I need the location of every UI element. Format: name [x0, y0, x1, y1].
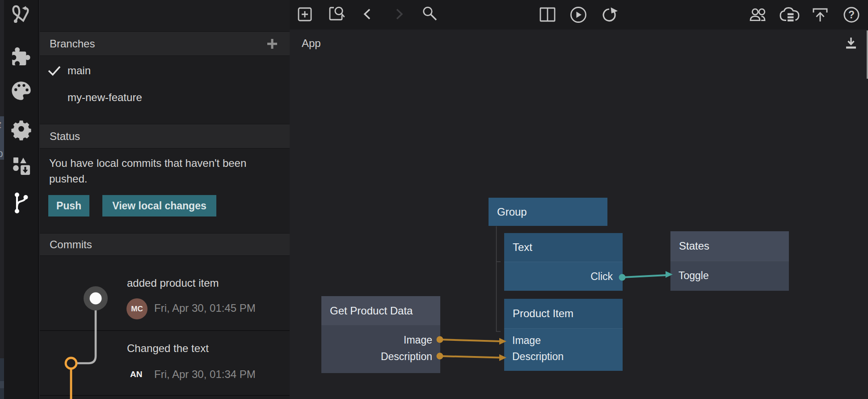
- svg-text:?: ?: [848, 9, 855, 21]
